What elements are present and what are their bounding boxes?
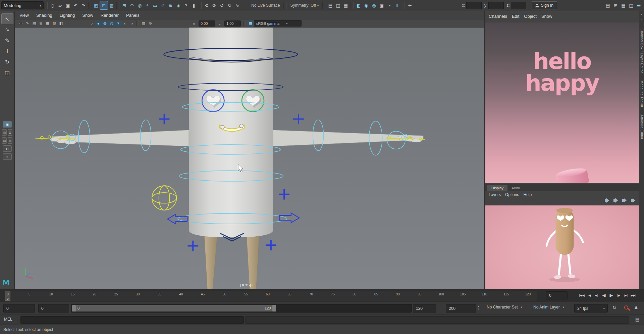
timeline-tick[interactable]: 90 (396, 292, 400, 296)
menu-show[interactable]: Show (541, 14, 552, 19)
menu-renderer[interactable]: Renderer (101, 13, 119, 18)
select-hierarchy-button[interactable]: ◩ (92, 1, 100, 9)
two-pane-layout-button[interactable]: ◫ (2, 129, 7, 136)
script-editor-icon[interactable]: ▤ (635, 317, 639, 322)
tab-modeling-toolkit[interactable]: Modeling Toolkit (640, 81, 644, 107)
render-settings-button[interactable]: ▣ (378, 1, 385, 9)
history-button-4[interactable]: ↻ (226, 1, 233, 9)
make-live-button[interactable]: ⟐ (159, 1, 167, 9)
timeline-tick[interactable]: 25 (114, 292, 118, 296)
step-forward-frame-button[interactable]: |▶ (615, 291, 622, 299)
select-object-button[interactable]: ⊡ (100, 1, 108, 9)
render-current-frame-button[interactable]: ◉ (362, 1, 370, 9)
snap-misc2-button[interactable]: ◈ (174, 1, 182, 9)
snap-to-grid-button[interactable]: ⊞ (120, 1, 128, 9)
timeline-tick[interactable]: 95 (418, 292, 421, 296)
snap-misc-button[interactable]: ≋ (167, 1, 174, 9)
scale-tool-button[interactable]: ◱ (2, 67, 13, 78)
layer-speaker-icon[interactable] (605, 199, 607, 202)
display-render-settings-button[interactable]: ◔ (385, 1, 393, 9)
timeline-tick[interactable]: 100 (438, 292, 444, 296)
timeline-tick[interactable]: 80 (353, 292, 356, 296)
history-button-1[interactable]: ⟲ (203, 1, 210, 9)
resolution-gate-button[interactable]: ⊞ (38, 20, 44, 27)
range-handle-left[interactable] (72, 305, 76, 312)
playblast-button[interactable]: ◧ (355, 1, 362, 9)
animation-start-field[interactable]: 0 (3, 304, 35, 313)
snap-to-curve-button[interactable]: ◠ (128, 1, 136, 9)
coord-y-input[interactable] (488, 2, 504, 9)
pause-viewport-button[interactable]: ‖ (393, 1, 401, 9)
step-forward-key-button[interactable]: ▶| (623, 291, 630, 299)
go-to-start-button[interactable]: |◀◀ (578, 291, 585, 299)
menu-lighting[interactable]: Lighting (60, 13, 75, 18)
render-preview-image[interactable] (485, 205, 639, 289)
colorspace-dropdown[interactable]: sRGB gamma ▾ (254, 20, 302, 27)
timeline-ruler[interactable]: 0 05101520253035404550556065707580859095… (5, 291, 537, 301)
wireframe-on-shaded-button[interactable]: ◎ (108, 20, 115, 27)
snap-to-projected-center-button[interactable]: ⌖ (144, 1, 151, 9)
timeline-tick[interactable]: 0 (7, 292, 9, 296)
workspace-button-4[interactable]: ◫ (627, 1, 635, 9)
tab-channel-box-layer-editor[interactable]: Channel Box / Layer Editor (640, 29, 644, 73)
workspace-button-5[interactable]: ☰ (635, 1, 643, 9)
command-result-field[interactable] (245, 316, 629, 324)
pane-layout-button-b[interactable]: ▥ (8, 137, 12, 144)
coord-z-input[interactable] (511, 2, 526, 9)
xray-button[interactable]: ▥ (140, 20, 147, 27)
select-tool-button[interactable]: ↖ (2, 14, 13, 24)
view-option-button-1[interactable]: ▤ (326, 1, 334, 9)
animation-end-field[interactable]: 200 (446, 304, 476, 313)
select-component-button[interactable]: ▨ (108, 1, 115, 9)
exposure-field[interactable]: 0.00 (199, 20, 215, 27)
range-slider-bar[interactable]: 0 120 (72, 305, 276, 312)
lasso-tool-button[interactable]: ∿ (2, 25, 13, 35)
view-option-button-2[interactable]: ◫ (334, 1, 342, 9)
menu-panels[interactable]: Panels (126, 13, 140, 18)
menu-set-selector[interactable]: Modeling ▾ (1, 1, 44, 9)
four-pane-layout-button[interactable]: ⊞ (8, 129, 12, 136)
rotate-tool-button[interactable]: ↻ (2, 57, 13, 67)
timeline-tick[interactable]: 60 (266, 292, 270, 296)
undo-button[interactable]: ↶ (72, 1, 79, 9)
outliner-toggle-button[interactable]: ≡ (3, 153, 12, 160)
animation-end-spinner[interactable]: ▴ ▾ (478, 304, 479, 311)
timeline-tick[interactable]: 55 (244, 292, 248, 296)
history-button-2[interactable]: ⟳ (210, 1, 218, 9)
shadows-button[interactable]: ◐ (122, 20, 128, 27)
timeline-tick[interactable]: 115 (503, 292, 509, 296)
color-management-button[interactable]: ▦ (247, 20, 254, 27)
workspace-button-3[interactable]: ▦ (620, 1, 627, 9)
timeline-tick[interactable]: 75 (331, 292, 335, 296)
grease-pencil-button[interactable]: ✎ (24, 20, 31, 27)
help-button[interactable]: ? (182, 1, 190, 9)
safe-action-button[interactable]: ◧ (58, 20, 64, 27)
tab-display[interactable]: Display (487, 185, 507, 191)
range-handle-right[interactable] (272, 305, 276, 312)
timeline-tick[interactable]: 35 (158, 292, 161, 296)
auto-keyframe-toggle[interactable] (624, 305, 631, 312)
camera-attrs-button[interactable]: ▭ (17, 20, 24, 27)
anim-layer-dropdown[interactable]: No Anim Layer ▾ (533, 305, 564, 309)
redo-button[interactable]: ↷ (79, 1, 87, 9)
gamma-button[interactable]: ◒ (216, 20, 223, 27)
sign-in-button[interactable]: Sign In (532, 1, 557, 9)
wireframe-button[interactable]: ○ (88, 20, 95, 27)
symmetry-selector[interactable]: Symmetry: Off▾ (290, 3, 319, 8)
layer-speaker-icon[interactable] (613, 199, 615, 202)
dock-icon-a[interactable]: ▪ (641, 13, 642, 16)
timeline-tick[interactable]: 110 (482, 292, 487, 296)
dock-icon-b[interactable]: ▫ (641, 18, 642, 21)
step-back-key-button[interactable]: |◀ (586, 291, 593, 299)
workspace-button-2[interactable]: ⊞ (612, 1, 620, 9)
playback-end-field[interactable]: 120 (413, 304, 436, 313)
textured-button[interactable]: ◍ (102, 20, 108, 27)
timeline-tick[interactable]: 120 (525, 292, 531, 296)
playback-start-field[interactable]: 0 (38, 304, 69, 313)
field-chart-button[interactable]: ⊡ (51, 20, 58, 27)
new-scene-button[interactable]: ▯ (49, 1, 56, 9)
timeline-tick[interactable]: 50 (223, 292, 226, 296)
current-time-field[interactable]: 0 (546, 291, 568, 299)
exposure-button[interactable]: ☼ (191, 20, 197, 27)
view-option-button-3[interactable]: ▦ (342, 1, 350, 9)
